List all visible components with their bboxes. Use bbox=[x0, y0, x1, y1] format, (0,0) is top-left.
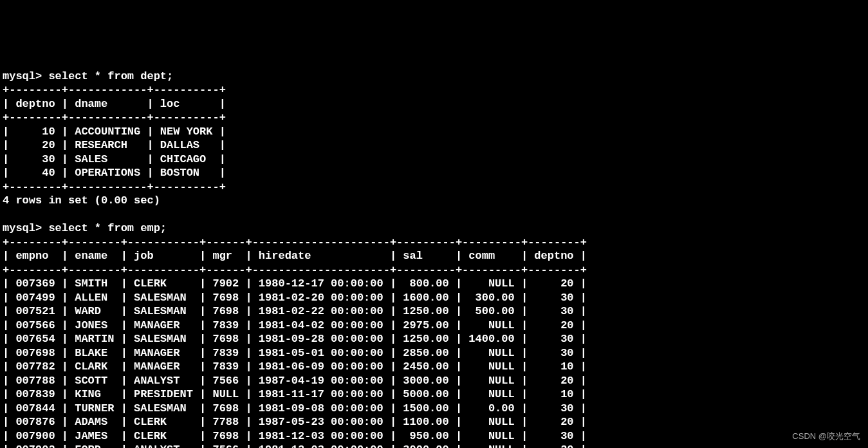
table-row: | 10 | ACCOUNTING | NEW YORK | bbox=[3, 126, 226, 138]
table-row: | 40 | OPERATIONS | BOSTON | bbox=[3, 167, 226, 179]
dept-header: | deptno | dname | loc | bbox=[3, 98, 226, 110]
table-row: | 007698 | BLAKE | MANAGER | 7839 | 1981… bbox=[3, 347, 587, 359]
table-row: | 007369 | SMITH | CLERK | 7902 | 1980-1… bbox=[3, 277, 587, 290]
table-row: | 007902 | FORD | ANALYST | 7566 | 1981-… bbox=[3, 443, 587, 448]
dept-border-mid: +--------+------------+----------+ bbox=[3, 111, 226, 124]
emp-header: | empno | ename | job | mgr | hiredate |… bbox=[3, 250, 587, 262]
watermark-text: CSDN @咬光空气 bbox=[792, 429, 860, 443]
table-row: | 007839 | KING | PRESIDENT | NULL | 198… bbox=[3, 388, 587, 400]
table-row: | 007844 | TURNER | SALESMAN | 7698 | 19… bbox=[3, 402, 587, 415]
table-row: | 007876 | ADAMS | CLERK | 7788 | 1987-0… bbox=[3, 416, 587, 428]
table-row: | 007654 | MARTIN | SALESMAN | 7698 | 19… bbox=[3, 333, 587, 345]
table-row: | 007782 | CLARK | MANAGER | 7839 | 1981… bbox=[3, 360, 587, 373]
dept-border-top: +--------+------------+----------+ bbox=[3, 84, 226, 96]
table-row: | 20 | RESEARCH | DALLAS | bbox=[3, 139, 226, 151]
emp-border-mid: +--------+--------+-----------+------+--… bbox=[3, 264, 587, 276]
table-row: | 007521 | WARD | SALESMAN | 7698 | 1981… bbox=[3, 305, 587, 317]
table-row: | 30 | SALES | CHICAGO | bbox=[3, 153, 226, 165]
dept-border-bot: +--------+------------+----------+ bbox=[3, 181, 226, 193]
table-row: | 007788 | SCOTT | ANALYST | 7566 | 1987… bbox=[3, 375, 587, 387]
emp-border-top: +--------+--------+-----------+------+--… bbox=[3, 236, 587, 248]
mysql-prompt-2: mysql> select * from emp; bbox=[3, 222, 167, 234]
mysql-prompt-1: mysql> select * from dept; bbox=[3, 70, 173, 82]
table-row: | 007499 | ALLEN | SALESMAN | 7698 | 198… bbox=[3, 292, 587, 304]
table-row: | 007566 | JONES | MANAGER | 7839 | 1981… bbox=[3, 319, 587, 331]
dept-footer: 4 rows in set (0.00 sec) bbox=[3, 194, 160, 207]
terminal-output[interactable]: mysql> select * from dept; +--------+---… bbox=[0, 55, 868, 448]
table-row: | 007900 | JAMES | CLERK | 7698 | 1981-1… bbox=[3, 430, 587, 442]
